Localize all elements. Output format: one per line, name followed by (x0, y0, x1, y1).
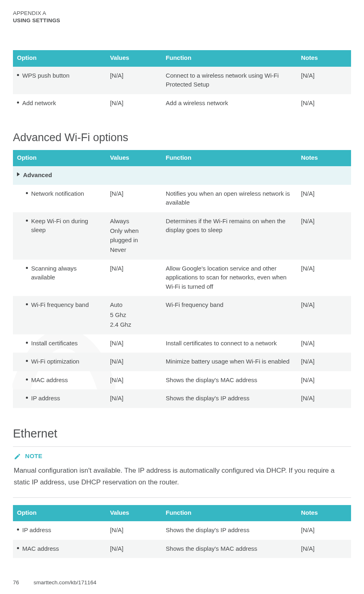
appendix-label: APPENDIX A (13, 10, 351, 17)
option-label: Scanning always available (31, 264, 102, 282)
function-cell: Shows the display's IP address (162, 521, 297, 540)
function-cell: Wi-Fi frequency band (162, 296, 297, 334)
bullet-icon (26, 360, 28, 362)
table-wifi-basic: Option Values Function Notes WPS push bu… (13, 50, 351, 112)
note-body: Manual configuration isn't available. Th… (14, 465, 350, 488)
option-label: MAC address (31, 376, 68, 385)
table-row: IP address [N/A] Shows the display's IP … (13, 389, 351, 408)
pencil-icon (14, 453, 21, 460)
col-notes: Notes (297, 150, 351, 167)
section-title-wifi-adv: Advanced Wi-Fi options (13, 129, 351, 146)
values-cell: [N/A] (110, 357, 158, 366)
function-cell: Add a wireless network (162, 94, 297, 113)
table-row: Network notification [N/A] Notifies you … (13, 185, 351, 212)
values-cell: [N/A] (110, 394, 158, 403)
bullet-icon (17, 528, 19, 531)
note-label: NOTE (25, 452, 42, 461)
option-label: MAC address (22, 544, 59, 554)
note-block: NOTE Manual configuration isn't availabl… (13, 446, 351, 497)
appendix-title: USING SETTINGS (13, 17, 351, 24)
bullet-icon (17, 547, 19, 549)
option-label: Install certificates (31, 339, 78, 348)
option-label: Add network (22, 99, 56, 108)
table-row: Scanning always available [N/A] Allow Go… (13, 260, 351, 296)
bullet-icon (17, 101, 19, 104)
col-values: Values (106, 505, 162, 522)
page-footer: 76 smarttech.com/kb/171164 (13, 579, 96, 587)
values-cell: [N/A] (106, 521, 162, 540)
col-values: Values (106, 150, 162, 167)
notes-cell: [N/A] (297, 260, 351, 296)
function-cell: Allow Google's location service and othe… (162, 260, 297, 296)
function-cell: Notifies you when an open wireless netwo… (162, 185, 297, 212)
table-header-row: Option Values Function Notes (13, 50, 351, 67)
col-notes: Notes (297, 50, 351, 67)
col-option: Option (13, 505, 106, 522)
table-row: Wi-Fi optimization [N/A] Minimize batter… (13, 353, 351, 371)
values-cell: [N/A] (106, 67, 162, 94)
values-cell: [N/A] (110, 339, 158, 348)
table-header-row: Option Values Function Notes (13, 150, 351, 167)
function-cell: Determines if the Wi-Fi remains on when … (162, 212, 297, 260)
option-label: WPS push button (22, 71, 70, 80)
triangle-icon (17, 172, 20, 176)
table-header-row: Option Values Function Notes (13, 505, 351, 522)
option-label: Keep Wi-Fi on during sleep (31, 217, 102, 235)
bullet-icon (26, 303, 28, 305)
function-cell: Shows the display's IP address (162, 389, 297, 408)
table-row: IP address [N/A] Shows the display's IP … (13, 521, 351, 540)
bullet-icon (26, 342, 28, 344)
group-label: Advanced (23, 171, 52, 180)
page-number: 76 (13, 579, 19, 587)
table-group-row: Advanced (13, 166, 351, 185)
table-row: MAC address [N/A] Shows the display's MA… (13, 371, 351, 390)
table-row: MAC address [N/A] Shows the display's MA… (13, 540, 351, 558)
col-option: Option (13, 150, 106, 167)
bullet-icon (26, 192, 28, 194)
footer-url: smarttech.com/kb/171164 (34, 579, 96, 587)
notes-cell: [N/A] (297, 540, 351, 558)
notes-cell: [N/A] (297, 67, 351, 94)
values-cell: [N/A] (106, 94, 162, 113)
notes-cell: [N/A] (297, 353, 351, 371)
notes-cell: [N/A] (297, 296, 351, 334)
table-row: Wi-Fi frequency band Auto 5 Ghz 2.4 Ghz … (13, 296, 351, 334)
table-row: WPS push button [N/A] Connect to a wirel… (13, 67, 351, 94)
notes-cell: [N/A] (297, 185, 351, 212)
section-title-ethernet: Ethernet (13, 425, 351, 443)
running-head: APPENDIX A USING SETTINGS (13, 10, 351, 24)
col-notes: Notes (297, 505, 351, 522)
function-cell: Shows the display's MAC address (162, 371, 297, 390)
table-row: Add network [N/A] Add a wireless network… (13, 94, 351, 113)
note-heading: NOTE (14, 452, 350, 461)
notes-cell: [N/A] (297, 94, 351, 113)
table-ethernet: Option Values Function Notes IP address … (13, 505, 351, 558)
table-row: Keep Wi-Fi on during sleep Always Only w… (13, 212, 351, 260)
col-function: Function (162, 505, 297, 522)
values-cell: Always Only when plugged in Never (110, 217, 158, 255)
col-option: Option (13, 50, 106, 67)
values-cell: Auto 5 Ghz 2.4 Ghz (110, 300, 158, 330)
function-cell: Connect to a wireless network using Wi-F… (162, 67, 297, 94)
notes-cell: [N/A] (297, 521, 351, 540)
bullet-icon (26, 267, 28, 269)
bullet-icon (26, 397, 28, 399)
notes-cell: [N/A] (297, 334, 351, 353)
table-wifi-advanced: Option Values Function Notes Advanced Ne… (13, 150, 351, 408)
table-row: Install certificates [N/A] Install certi… (13, 334, 351, 353)
col-function: Function (162, 150, 297, 167)
function-cell: Minimize battery usage when Wi-Fi is ena… (162, 353, 297, 371)
bullet-icon (17, 74, 19, 76)
option-label: IP address (22, 526, 51, 535)
notes-cell: [N/A] (297, 389, 351, 408)
option-label: Wi-Fi optimization (31, 357, 79, 366)
col-values: Values (106, 50, 162, 67)
values-cell: [N/A] (106, 540, 162, 558)
bullet-icon (26, 220, 28, 222)
option-label: Wi-Fi frequency band (31, 300, 89, 310)
values-cell: [N/A] (110, 264, 158, 273)
col-function: Function (162, 50, 297, 67)
option-label: IP address (31, 394, 60, 403)
notes-cell: [N/A] (297, 212, 351, 260)
function-cell: Shows the display's MAC address (162, 540, 297, 558)
